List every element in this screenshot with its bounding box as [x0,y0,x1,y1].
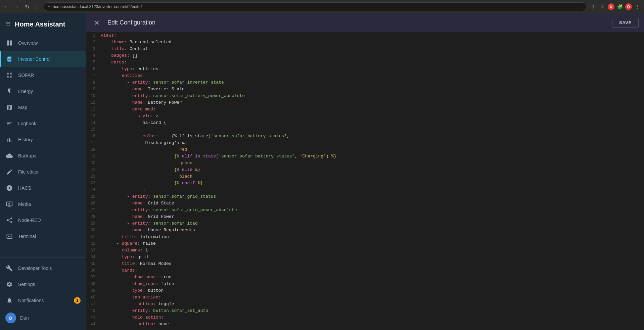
user-avatar: D [5,313,16,323]
code-line: 23 {% endif %} [86,180,644,187]
sidebar-menu-button[interactable]: ☰ [5,20,11,28]
line-content: action: none [99,321,644,328]
backups-icon [5,152,13,160]
code-line: 8 - entity: sensor.sofar_inverter_state [86,79,644,86]
notification-badge: 1 [74,297,81,304]
url-bar[interactable]: ⚠ homeassistant.local:8123/inverter-cont… [43,2,587,11]
code-line: 16 color: {% if is_state('sensor.sofar_b… [86,133,644,140]
sidebar-item-inverter-control[interactable]: Inverter Control [0,51,86,67]
sidebar-item-media[interactable]: Media [0,196,86,212]
line-content: views: [99,32,644,39]
code-line: 31 title: Information [86,234,644,240]
line-content: black [99,173,644,180]
sidebar-item-label: Notifications [18,298,44,303]
svg-point-5 [10,218,12,219]
line-number: 5 [86,59,99,66]
line-number: 2 [86,39,99,46]
browser-bar: ← → ↻ ⌂ ⚠ homeassistant.local:8123/inver… [0,0,644,13]
reload-button[interactable]: ↻ [23,3,31,11]
code-line: 21 {% else %} [86,167,644,173]
sidebar-item-label: Overview [18,40,38,46]
logbook-icon [5,120,13,128]
sidebar-item-settings[interactable]: Settings [0,276,86,292]
back-button[interactable]: ← [3,3,11,11]
sidebar-item-backups[interactable]: Backups [0,148,86,164]
code-editor[interactable]: 1views:2 - theme: Backend-selected3 titl… [86,32,644,330]
line-number: 16 [86,133,99,140]
sidebar-item-hacs[interactable]: HACS [0,180,86,196]
line-number: 31 [86,234,99,240]
line-number: 17 [86,140,99,146]
user-name: Dan [20,315,29,321]
line-content: green [99,160,644,167]
sidebar-nav: Overview Inverter Control SOFAR [0,35,86,257]
code-line: 17 'Discharging') %} [86,140,644,146]
sidebar-item-label: File editor [18,169,39,175]
line-content: badges: [] [99,52,644,59]
user-item[interactable]: D Dan [0,309,86,327]
editor-save-button[interactable]: SAVE [612,18,639,28]
line-number: 33 [86,247,99,254]
sidebar-item-logbook[interactable]: Logbook [0,115,86,132]
extensions-button[interactable]: 🧩 [616,3,624,11]
sidebar-item-map[interactable]: Map [0,99,86,115]
code-line: 27 - entity: sensor.sofar_grid_power_abs… [86,207,644,214]
sidebar-item-file-editor[interactable]: File editor [0,164,86,180]
code-line: 44 action: none [86,321,644,328]
code-line: 36 cards: [86,267,644,274]
line-number: 20 [86,160,99,167]
code-line: 4 badges: [] [86,52,644,59]
forward-button[interactable]: → [13,3,21,11]
line-content: columns: 1 [99,247,644,254]
sidebar-item-terminal[interactable]: Terminal [0,228,86,244]
code-line: 25 - entity: sensor.sofar_grid_status [86,193,644,200]
bookmark-button[interactable]: ☆ [598,3,606,11]
sidebar-item-sofar[interactable]: SOFAR [0,67,86,83]
code-line: 5 cards: [86,59,644,66]
file-editor-icon [5,168,13,176]
line-number: 37 [86,274,99,281]
sidebar-item-notifications[interactable]: Notifications 1 [0,292,86,309]
line-number: 19 [86,153,99,160]
account-avatar[interactable]: U [608,3,614,10]
code-line: 10 - entity: sensor.sofar_battery_power_… [86,93,644,99]
line-content: tap_action: [99,294,644,301]
line-content: 'Discharging') %} [99,140,644,146]
code-line: 32 - square: false [86,240,644,247]
svg-point-4 [7,220,8,221]
editor-close-button[interactable]: ✕ [91,17,102,28]
line-number: 27 [86,207,99,214]
line-content: name: Battery Power [99,99,644,106]
svg-line-7 [8,219,11,220]
line-content: name: Grid State [99,200,644,207]
line-content: {% elif is_state('sensor.sofar_battery_s… [99,153,644,160]
profile-avatar[interactable]: D [625,3,632,10]
sidebar-item-developer-tools[interactable]: Developer Tools [0,260,86,276]
sidebar-item-overview[interactable]: Overview [0,35,86,51]
code-line: 42 entity: button.sofar_set_auto [86,308,644,314]
line-number: 38 [86,281,99,287]
menu-button[interactable]: ⋮ [633,3,641,11]
home-button[interactable]: ⌂ [33,3,41,11]
line-number: 9 [86,86,99,93]
overview-icon [5,39,13,47]
line-number: 18 [86,146,99,153]
editor-header: ✕ Edit Configuration SAVE [86,13,644,32]
sidebar-item-energy[interactable]: Energy [0,83,86,99]
map-icon [5,103,13,111]
line-content: - entity: sensor.sofar_inverter_state [99,79,644,86]
code-line: 12 card_mod: [86,106,644,113]
share-button[interactable]: ⤴ [589,3,597,11]
sidebar-item-label: Settings [18,282,35,287]
line-content: cards: [99,59,644,66]
line-number: 34 [86,254,99,261]
line-number: 10 [86,93,99,99]
sidebar-item-node-red[interactable]: Node-RED [0,212,86,228]
sidebar-bottom: Developer Tools Settings Notifications 1… [0,257,86,330]
line-content: card_mod: [99,106,644,113]
line-number: 32 [86,240,99,247]
sidebar-item-history[interactable]: History [0,132,86,148]
line-content: - show_name: true [99,274,644,281]
sidebar-item-label: Logbook [18,121,36,126]
editor-title: Edit Configuration [107,19,607,26]
